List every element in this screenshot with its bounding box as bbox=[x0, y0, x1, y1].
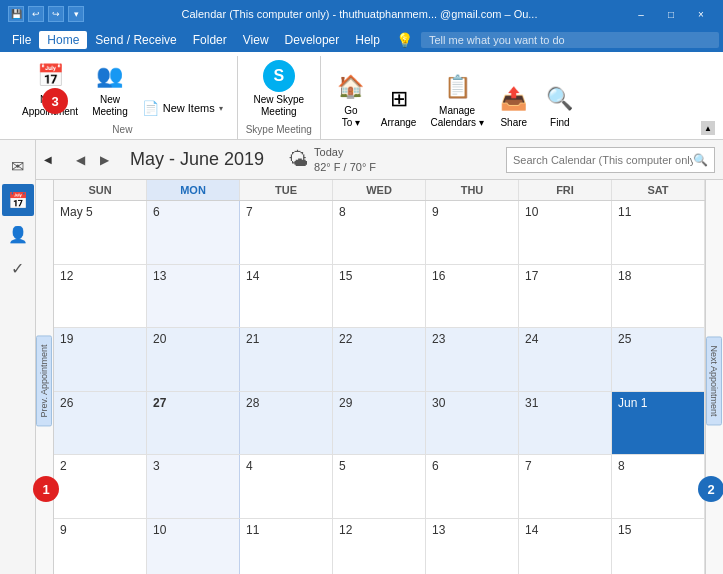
calendar-cell[interactable]: May 5 bbox=[54, 201, 147, 264]
calendar-cell[interactable]: 8 bbox=[612, 455, 705, 518]
calendar-cell[interactable]: 9 bbox=[54, 519, 147, 575]
cell-date: 12 bbox=[60, 269, 73, 283]
calendar-cell[interactable]: 5 bbox=[333, 455, 426, 518]
calendar-cell[interactable]: 14 bbox=[519, 519, 612, 575]
calendar-cell[interactable]: 12 bbox=[54, 265, 147, 328]
menu-folder[interactable]: Folder bbox=[185, 31, 235, 49]
sidebar-icon-calendar[interactable]: 📅 bbox=[2, 184, 34, 216]
save-icon[interactable]: 💾 bbox=[8, 6, 24, 22]
go-to-button[interactable]: 🏠 GoTo ▾ bbox=[329, 67, 373, 133]
weather-widget: 🌤 Today82° F / 70° F bbox=[288, 145, 376, 174]
menu-home[interactable]: Home bbox=[39, 31, 87, 49]
next-month-button[interactable]: ▶ bbox=[94, 150, 114, 170]
calendar-cell[interactable]: 11 bbox=[240, 519, 333, 575]
calendar-cell[interactable]: 30 bbox=[426, 392, 519, 455]
window-controls: – □ × bbox=[627, 4, 715, 24]
calendar-cell[interactable]: 17 bbox=[519, 265, 612, 328]
calendar-cell[interactable]: 4 bbox=[240, 455, 333, 518]
weather-temp: Today82° F / 70° F bbox=[314, 145, 376, 174]
menu-help[interactable]: Help bbox=[347, 31, 388, 49]
cell-date: 30 bbox=[432, 396, 445, 410]
undo-icon[interactable]: ↩ bbox=[28, 6, 44, 22]
ribbon-group-skype: S New SkypeMeeting Skype Meeting bbox=[238, 56, 321, 139]
calendar-cell[interactable]: 15 bbox=[333, 265, 426, 328]
calendar-search-box[interactable]: 🔍 bbox=[506, 147, 715, 173]
calendar-cell[interactable]: Jun 1 bbox=[612, 392, 705, 455]
calendar-cell[interactable]: 26 bbox=[54, 392, 147, 455]
actions-group-buttons: 🏠 GoTo ▾ ⊞ Arrange 📋 ManageCalendars ▾ 📤… bbox=[329, 67, 582, 133]
cell-date: 13 bbox=[153, 269, 166, 283]
calendar-cell[interactable]: 12 bbox=[333, 519, 426, 575]
day-header-sat: SAT bbox=[612, 180, 705, 200]
prev-month-button[interactable]: ◀ bbox=[70, 150, 90, 170]
calendar-cell[interactable]: 31 bbox=[519, 392, 612, 455]
share-button[interactable]: 📤 Share bbox=[492, 79, 536, 133]
menu-file[interactable]: File bbox=[4, 31, 39, 49]
calendar-cell[interactable]: 22 bbox=[333, 328, 426, 391]
calendar-cell[interactable]: 28 bbox=[240, 392, 333, 455]
calendar-cell[interactable]: 16 bbox=[426, 265, 519, 328]
next-appointment-button[interactable]: Next Appointment bbox=[706, 336, 722, 425]
calendar-cell[interactable]: 10 bbox=[519, 201, 612, 264]
arrange-button[interactable]: ⊞ Arrange bbox=[375, 79, 423, 133]
manage-calendars-icon: 📋 bbox=[441, 71, 473, 103]
ribbon-collapse-button[interactable]: ▲ bbox=[701, 121, 715, 135]
redo-icon[interactable]: ↪ bbox=[48, 6, 64, 22]
customize-icon[interactable]: ▾ bbox=[68, 6, 84, 22]
search-icon: 🔍 bbox=[693, 153, 708, 167]
calendar-cell[interactable]: 21 bbox=[240, 328, 333, 391]
calendar-cell[interactable]: 11 bbox=[612, 201, 705, 264]
title-bar-quick-access: 💾 ↩ ↪ ▾ bbox=[8, 6, 84, 22]
skype-group-title: Skype Meeting bbox=[246, 124, 312, 135]
collapse-nav-icon[interactable]: ◀ bbox=[44, 154, 62, 165]
cell-date: 11 bbox=[246, 523, 259, 537]
manage-calendars-button[interactable]: 📋 ManageCalendars ▾ bbox=[424, 67, 489, 133]
cell-date: 3 bbox=[153, 459, 160, 473]
prev-appointment-button[interactable]: Prev. Appointment bbox=[36, 336, 52, 427]
close-button[interactable]: × bbox=[687, 4, 715, 24]
calendar-cell[interactable]: 13 bbox=[147, 265, 240, 328]
calendar-cell[interactable]: 10 bbox=[147, 519, 240, 575]
sidebar-icon-tasks[interactable]: ✓ bbox=[2, 252, 34, 284]
cell-date: 22 bbox=[339, 332, 352, 346]
new-skype-meeting-button[interactable]: S New SkypeMeeting bbox=[247, 56, 310, 122]
annotation-1: 1 bbox=[33, 476, 59, 502]
find-button[interactable]: 🔍 Find bbox=[538, 79, 582, 133]
menu-view[interactable]: View bbox=[235, 31, 277, 49]
menu-developer[interactable]: Developer bbox=[277, 31, 348, 49]
minimize-button[interactable]: – bbox=[627, 4, 655, 24]
calendar-cell[interactable]: 20 bbox=[147, 328, 240, 391]
calendar-cell[interactable]: 13 bbox=[426, 519, 519, 575]
calendar-cell[interactable]: 6 bbox=[147, 201, 240, 264]
calendar-cell[interactable]: 7 bbox=[519, 455, 612, 518]
new-meeting-button[interactable]: 👥 NewMeeting bbox=[86, 56, 134, 122]
sidebar-icon-people[interactable]: 👤 bbox=[2, 218, 34, 250]
calendar-cell[interactable]: 23 bbox=[426, 328, 519, 391]
calendar-cell[interactable]: 27 bbox=[147, 392, 240, 455]
share-icon: 📤 bbox=[498, 83, 530, 115]
calendar-cell[interactable]: 2 bbox=[54, 455, 147, 518]
calendar-cell[interactable]: 19 bbox=[54, 328, 147, 391]
new-items-button[interactable]: 📄 New Items ▾ bbox=[136, 98, 229, 118]
cell-date: 6 bbox=[153, 205, 160, 219]
calendar-cell[interactable]: 9 bbox=[426, 201, 519, 264]
menu-send-receive[interactable]: Send / Receive bbox=[87, 31, 184, 49]
annotation-3: 3 bbox=[42, 88, 68, 114]
calendar-cell[interactable]: 18 bbox=[612, 265, 705, 328]
sidebar-icon-mail[interactable]: ✉ bbox=[2, 150, 34, 182]
calendar-cell[interactable]: 25 bbox=[612, 328, 705, 391]
calendar-cell[interactable]: 29 bbox=[333, 392, 426, 455]
cell-date: 16 bbox=[432, 269, 445, 283]
calendar-cell[interactable]: 3 bbox=[147, 455, 240, 518]
calendar-cell[interactable]: 8 bbox=[333, 201, 426, 264]
cell-date: 7 bbox=[525, 459, 532, 473]
maximize-button[interactable]: □ bbox=[657, 4, 685, 24]
calendar-search-input[interactable] bbox=[513, 154, 693, 166]
tell-me-input[interactable]: Tell me what you want to do bbox=[421, 32, 719, 48]
calendar-cell[interactable]: 6 bbox=[426, 455, 519, 518]
calendar-cell[interactable]: 7 bbox=[240, 201, 333, 264]
calendar-cell[interactable]: 15 bbox=[612, 519, 705, 575]
calendar-cell[interactable]: 14 bbox=[240, 265, 333, 328]
prev-appointment-sidebar: Prev. Appointment 1 bbox=[36, 180, 54, 574]
calendar-cell[interactable]: 24 bbox=[519, 328, 612, 391]
